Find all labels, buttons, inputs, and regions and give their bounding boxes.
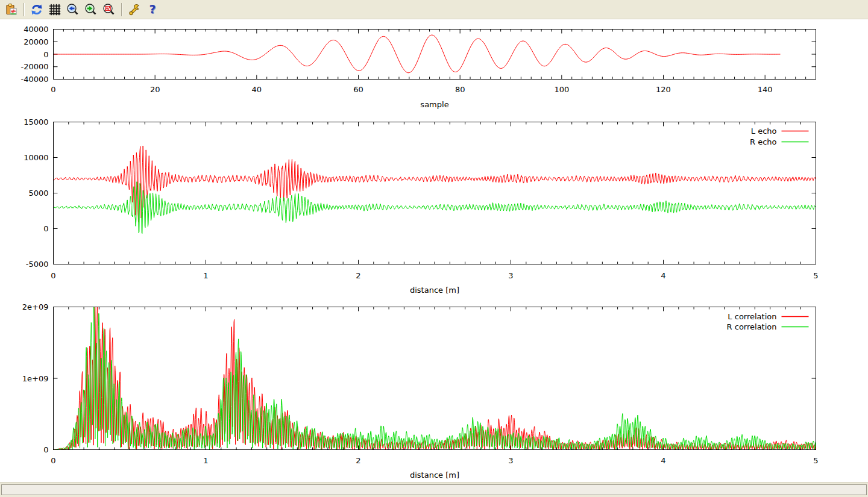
x-tick-label: 3 xyxy=(508,271,513,280)
x-tick-label: 2 xyxy=(356,271,360,280)
x-tick-label: 5 xyxy=(813,456,818,465)
series-r-correlation xyxy=(54,300,816,450)
help-button[interactable]: ? ? xyxy=(144,1,161,18)
x-tick-label: 60 xyxy=(353,85,363,94)
chirp-plot: 020406080100120140-40000-200000200004000… xyxy=(20,25,816,109)
correlation-plot: 01234501e+092e+09distance [m]L correlati… xyxy=(22,300,819,480)
x-axis-label: distance [m] xyxy=(410,470,459,480)
svg-text:?: ? xyxy=(149,3,156,16)
wrench-icon xyxy=(128,3,141,16)
axis-ticks xyxy=(54,307,816,450)
y-tick-label: -5000 xyxy=(26,260,49,269)
y-tick-label: 10000 xyxy=(24,153,48,162)
x-tick-label: 1 xyxy=(203,456,208,465)
x-tick-label: 120 xyxy=(656,85,671,94)
legend-label: L echo xyxy=(751,127,777,136)
zoom-previous-icon xyxy=(66,3,80,16)
toolbar-separator xyxy=(121,3,122,16)
x-tick-label: 20 xyxy=(150,85,160,94)
status-field xyxy=(1,484,867,495)
series-l-correlation xyxy=(54,300,816,450)
plot-frame xyxy=(54,122,816,264)
x-tick-label: 100 xyxy=(554,85,569,94)
x-tick-label: 3 xyxy=(508,456,513,465)
x-axis-label: distance [m] xyxy=(410,286,459,295)
replot-icon xyxy=(30,3,43,16)
legend-label: R correlation xyxy=(727,322,777,331)
toolbar: ? ? xyxy=(0,0,868,19)
y-tick-label: 40000 xyxy=(24,25,48,34)
y-tick-label: 1e+09 xyxy=(22,374,49,383)
x-tick-label: 5 xyxy=(813,271,818,280)
help-icon: ? ? xyxy=(146,3,159,16)
series-r-echo xyxy=(54,182,816,234)
y-tick-label: -20000 xyxy=(20,62,48,71)
series-l-echo xyxy=(54,146,816,222)
x-tick-label: 4 xyxy=(661,271,665,280)
x-tick-label: 40 xyxy=(252,85,262,94)
autoscale-icon xyxy=(102,3,116,16)
grid-icon xyxy=(48,3,61,16)
autoscale-button[interactable] xyxy=(101,1,118,18)
zoom-next-button[interactable] xyxy=(83,1,99,18)
legend-label: R echo xyxy=(750,137,777,146)
copy-to-clipboard-button[interactable] xyxy=(3,1,20,18)
x-tick-label: 2 xyxy=(356,456,360,465)
plot-frame xyxy=(54,307,816,450)
y-tick-label: 0 xyxy=(43,445,48,454)
axis-ticks xyxy=(54,122,816,264)
copy-to-clipboard-icon xyxy=(5,3,18,16)
y-tick-label: 0 xyxy=(43,50,48,59)
y-tick-label: 5000 xyxy=(28,189,48,198)
status-bar xyxy=(0,482,868,497)
config-button[interactable] xyxy=(126,1,143,18)
x-tick-label: 0 xyxy=(51,456,55,465)
series-chirp xyxy=(54,35,781,73)
replot-button[interactable] xyxy=(28,1,45,18)
x-axis-label: sample xyxy=(420,100,448,109)
y-tick-label: 0 xyxy=(43,224,48,233)
x-tick-label: 80 xyxy=(455,85,465,94)
zoom-previous-button[interactable] xyxy=(64,1,81,18)
grid-toggle-button[interactable] xyxy=(46,1,63,18)
y-tick-label: 15000 xyxy=(24,117,48,127)
y-tick-label: 20000 xyxy=(24,37,48,46)
echo-plot: 012345-5000050001000015000distance [m]L … xyxy=(24,117,819,295)
y-tick-label: 2e+09 xyxy=(22,302,49,311)
x-tick-label: 4 xyxy=(661,456,665,465)
x-tick-label: 0 xyxy=(51,85,55,94)
x-tick-label: 140 xyxy=(758,85,773,94)
plots-svg[interactable]: 020406080100120140-40000-200000200004000… xyxy=(0,20,868,482)
x-tick-label: 0 xyxy=(51,271,55,280)
toolbar-separator xyxy=(24,3,25,16)
legend-label: L correlation xyxy=(728,312,776,321)
zoom-next-icon xyxy=(84,3,98,16)
y-tick-label: -40000 xyxy=(20,75,48,84)
x-tick-label: 1 xyxy=(203,271,208,280)
plot-canvas[interactable]: 020406080100120140-40000-200000200004000… xyxy=(0,20,868,482)
